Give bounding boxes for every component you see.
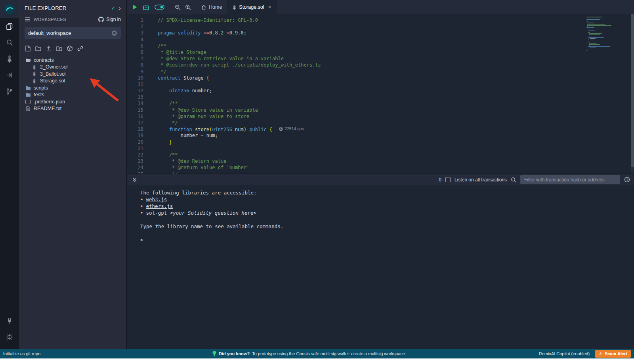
tab-home[interactable]: Home <box>196 0 227 14</box>
terminal-prompt[interactable]: > <box>140 237 143 243</box>
editor-tab-bar: Home Storage.sol × <box>127 0 634 14</box>
workspaces-label: WORKSPACES <box>34 17 66 22</box>
file-explorer-panel: FILE EXPLORER ✓ › WORKSPACES Sign in def… <box>19 0 127 349</box>
listen-all-checkbox[interactable] <box>445 177 451 182</box>
plugin-manager-icon[interactable] <box>0 313 19 329</box>
solidity-compiler-icon[interactable] <box>0 51 19 67</box>
tree-item-scripts[interactable]: scripts <box>19 84 126 91</box>
tab-storage-sol[interactable]: Storage.sol × <box>227 0 277 14</box>
create-file-icon[interactable] <box>25 46 31 51</box>
scam-alert-button[interactable]: ⚠ Scam Alert <box>595 350 631 358</box>
git-icon[interactable] <box>0 83 19 99</box>
minimap[interactable] <box>586 17 629 51</box>
code-content[interactable]: // SPDX-License-Identifier: GPL-3.0pragm… <box>150 14 634 173</box>
folder-icon <box>25 86 31 90</box>
remix-logo[interactable] <box>0 0 19 18</box>
line-number-gutter: 1234567891011121314151617181920212223242… <box>127 14 150 173</box>
workspace-dropdown[interactable]: default_workspace <box>25 27 121 39</box>
copilot-status[interactable]: RemixAI Copilot (enabled) <box>539 351 590 356</box>
lightbulb-icon <box>212 351 216 356</box>
panel-title: FILE EXPLORER <box>25 5 67 11</box>
tree-item-prettierrc-json[interactable]: { }.prettierrc.json <box>19 98 126 105</box>
transaction-count-badge: 0 <box>439 177 441 183</box>
did-you-know-tip: Did you know? To prototype using the Gno… <box>212 349 406 358</box>
sol-icon <box>31 65 37 70</box>
workspaces-menu-icon[interactable] <box>25 17 30 22</box>
ai-assistant-icon[interactable] <box>143 4 149 10</box>
upload-file-icon[interactable] <box>46 46 52 51</box>
tree-item-storage-sol[interactable]: Storage.sol <box>19 78 126 85</box>
solidity-file-icon <box>233 5 236 10</box>
folder-icon <box>25 92 31 97</box>
upload-folder-icon[interactable] <box>56 46 62 51</box>
run-script-button[interactable] <box>132 4 137 10</box>
main-area: Home Storage.sol × 123456789101112131415… <box>127 0 634 349</box>
terminal-link[interactable]: ethers.js <box>146 203 173 209</box>
tree-item-3-ballot-sol[interactable]: 3_Ballot.sol <box>19 71 126 78</box>
gas-icon <box>279 127 283 131</box>
file-tree: contracts2_Owner.sol3_Ballot.solStorage.… <box>19 57 126 112</box>
sign-in-button[interactable]: Sign in <box>98 17 121 22</box>
deploy-run-icon[interactable] <box>0 67 19 83</box>
search-icon[interactable] <box>0 34 19 51</box>
json-icon: { } <box>25 99 31 104</box>
file-icon <box>25 106 31 111</box>
publish-cube-icon[interactable] <box>67 46 73 51</box>
tree-item-2-owner-sol[interactable]: 2_Owner.sol <box>19 64 126 71</box>
sol-icon <box>31 78 37 84</box>
copilot-toggle[interactable] <box>155 4 164 10</box>
check-icon: ✓ <box>111 5 115 11</box>
home-icon <box>201 5 206 10</box>
window-edge <box>0 358 634 364</box>
link-icon[interactable] <box>77 46 83 51</box>
expand-terminal-icon[interactable] <box>132 177 137 182</box>
workspace-options-icon[interactable] <box>111 30 117 36</box>
terminal-search-icon <box>511 177 516 183</box>
tree-item-tests[interactable]: tests <box>19 91 126 99</box>
clock-icon[interactable] <box>624 177 630 183</box>
terminal-toolbar: 0 Listen on all transactions <box>127 173 634 185</box>
tree-item-readme-txt[interactable]: README.txt <box>19 105 126 112</box>
editor-scrollbar[interactable] <box>631 14 634 173</box>
zoom-in-icon[interactable] <box>185 4 191 10</box>
folder-open-icon <box>25 58 31 63</box>
status-bar: Initialize as git repo Did you know? To … <box>0 349 634 358</box>
settings-gear-icon[interactable] <box>0 329 19 345</box>
vertical-icon-panel <box>0 0 19 349</box>
file-explorer-icon[interactable] <box>0 18 19 34</box>
warning-icon: ⚠ <box>599 351 603 356</box>
listen-all-label[interactable]: Listen on all transactions <box>454 177 507 183</box>
workspace-name: default_workspace <box>28 30 71 36</box>
remix-ide-window: FILE EXPLORER ✓ › WORKSPACES Sign in def… <box>0 0 634 349</box>
close-icon[interactable]: × <box>268 4 271 10</box>
tree-item-contracts[interactable]: contracts <box>19 57 126 64</box>
gas-estimate[interactable]: 22514 gas <box>279 126 304 131</box>
terminal-link[interactable]: web3.js <box>146 196 167 202</box>
sol-icon <box>31 71 37 76</box>
transaction-filter-input[interactable] <box>520 175 620 184</box>
git-init-status[interactable]: Initialize as git repo <box>3 351 40 356</box>
zoom-out-icon[interactable] <box>175 4 181 10</box>
code-editor[interactable]: 1234567891011121314151617181920212223242… <box>127 14 634 173</box>
github-icon <box>98 17 104 22</box>
create-folder-icon[interactable] <box>35 46 41 51</box>
chevron-right-icon[interactable]: › <box>118 5 121 11</box>
terminal-output[interactable]: The following libraries are accessible:•… <box>127 185 634 349</box>
